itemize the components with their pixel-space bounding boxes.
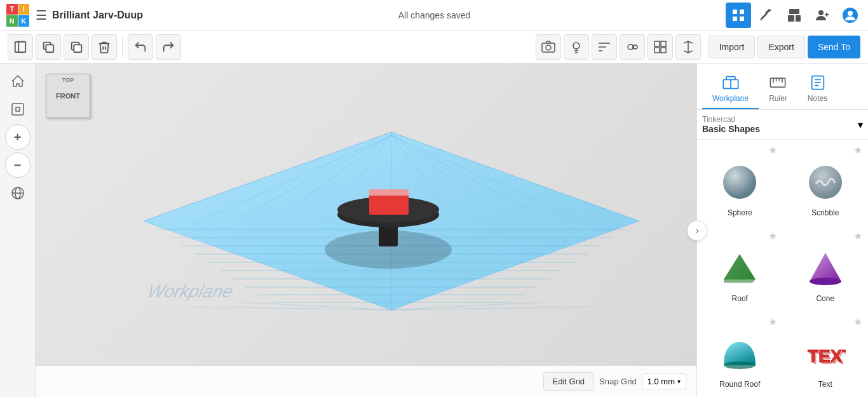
view-cube-face[interactable]: FRONT [46,74,90,118]
blocks-button[interactable] [782,3,807,28]
save-status: All changes saved [398,10,471,20]
svg-rect-22 [654,48,660,53]
svg-point-78 [724,361,756,369]
svg-point-19 [634,45,637,49]
shape-round-roof[interactable]: ★ Round Roof [697,311,783,397]
cone-favorite-icon[interactable]: ★ [853,230,862,242]
edit-grid-button[interactable]: Edit Grid [543,372,595,391]
home-button[interactable] [5,69,31,94]
panel-tabs: Workplane Ruler Notes [697,64,868,110]
camera-view-button[interactable] [536,34,561,60]
shape-cone[interactable]: ★ Cone [783,225,869,311]
fit-view-button[interactable] [5,97,31,122]
workplane-area[interactable]: Workplane [86,95,696,359]
svg-rect-59 [369,189,409,196]
grid-svg: Workplane [144,94,639,361]
svg-rect-3 [740,17,744,21]
sphere-label: Sphere [728,208,752,217]
dropdown-value: Basic Shapes [702,124,760,134]
copy-button[interactable] [36,34,61,60]
tinkercad-logo[interactable]: T I N K [5,3,31,28]
redo-button[interactable] [156,34,181,60]
text-preview: TEXT TEXT [803,333,848,375]
snap-grid-label: Snap Grid [599,377,637,386]
tab-notes-label: Notes [808,94,827,103]
sphere-favorite-icon[interactable]: ★ [768,144,777,156]
zoom-in-button[interactable]: + [5,124,31,150]
svg-rect-5 [796,15,801,22]
tab-notes[interactable]: Notes [797,69,837,109]
bottom-bar: Edit Grid Snap Grid 1.0 mm ▾ [36,365,696,397]
flip-button[interactable] [620,34,645,60]
text-favorite-icon[interactable]: ★ [853,316,862,328]
delete-button[interactable] [92,34,117,60]
roof-label: Roof [732,294,748,303]
duplicate-button[interactable] [64,34,89,60]
logo-n: N [6,15,18,27]
round-roof-favorite-icon[interactable]: ★ [768,316,777,328]
project-menu-icon[interactable]: ☰ [36,8,47,23]
export-button[interactable]: Export [757,36,804,58]
undo-button[interactable] [128,34,153,60]
viewport[interactable]: FRONT [36,64,696,397]
shape-sphere[interactable]: ★ Sphere [697,140,783,225]
svg-rect-10 [15,41,26,52]
tab-ruler[interactable]: Ruler [759,69,797,109]
toolbar-actions: Import Export Send To [709,36,860,58]
svg-text:Workplane: Workplane [146,281,236,300]
logo-t: T [6,4,18,15]
logo-k: K [18,15,30,27]
svg-rect-20 [654,41,660,46]
shapes-dropdown[interactable]: Tinkercad Basic Shapes ▾ [697,110,868,140]
orbit-button[interactable] [5,180,31,206]
shape-scribble[interactable]: ★ Scribble [783,140,869,225]
dropdown-arrow-icon[interactable]: ▾ [858,119,863,131]
logo-i: I [18,4,30,15]
svg-rect-23 [661,48,666,53]
top-right-icons [726,3,863,28]
snap-value-display[interactable]: 1.0 mm ▾ [642,373,686,389]
scribble-favorite-icon[interactable]: ★ [853,144,862,156]
add-user-button[interactable] [810,3,835,28]
top-center: All changes saved [148,10,721,20]
sphere-preview [717,162,762,203]
svg-rect-14 [74,44,81,52]
mirror-button[interactable] [675,34,701,60]
main-content: + − FRONT [0,64,868,397]
panel-nav-arrow[interactable]: › [687,220,707,241]
align-button[interactable] [592,34,617,60]
svg-rect-15 [542,43,555,52]
svg-rect-0 [733,10,737,14]
svg-marker-75 [724,254,756,283]
new-button[interactable] [8,34,33,60]
tab-workplane[interactable]: Workplane [702,69,759,109]
svg-rect-6 [789,9,799,14]
profile-button[interactable] [837,3,863,28]
svg-rect-21 [661,41,666,46]
pickaxe-button[interactable] [754,3,779,28]
svg-rect-4 [788,15,794,22]
zoom-out-button[interactable]: − [5,152,31,178]
grid-view-button[interactable] [726,3,751,28]
shape-roof[interactable]: ★ Roof [697,225,783,311]
group-button[interactable] [648,34,673,60]
import-button[interactable]: Import [709,36,756,58]
tab-ruler-label: Ruler [769,94,787,103]
shape-text[interactable]: ★ TEXT TEXT Text [783,311,869,397]
round-roof-preview [717,333,762,375]
view-cube-front-label: FRONT [56,92,80,100]
svg-point-72 [723,166,756,199]
roof-favorite-icon[interactable]: ★ [768,230,777,242]
tab-workplane-label: Workplane [712,94,749,103]
snap-dropdown-icon[interactable]: ▾ [677,378,681,385]
toolbar: Import Export Send To [0,30,868,64]
svg-rect-1 [740,10,744,14]
project-title: Brilliant Jarv-Duup [52,10,143,21]
right-panel: › Workplane Ruler [696,64,868,397]
light-button[interactable] [564,34,589,60]
cone-label: Cone [816,294,834,303]
sendto-button[interactable]: Send To [808,36,860,58]
svg-rect-12 [46,44,53,52]
svg-point-7 [818,10,824,15]
dropdown-category: Tinkercad [702,115,760,124]
